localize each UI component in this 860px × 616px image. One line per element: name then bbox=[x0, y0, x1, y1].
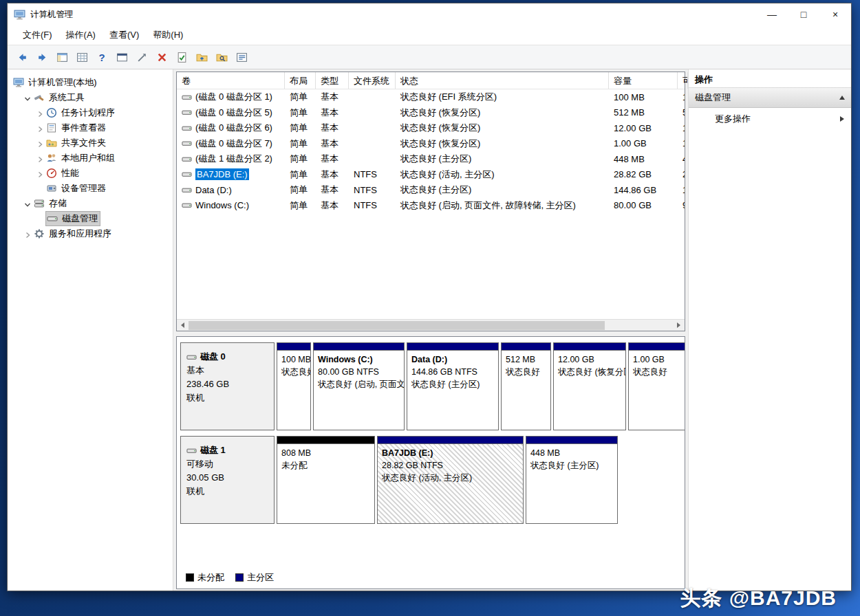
more-actions-item[interactable]: 更多操作 bbox=[689, 108, 851, 130]
graphical-view-pane: 磁盘 0 基本 238.46 GB 联机 100 MB状态良好 (EFI 系统分… bbox=[176, 336, 685, 589]
column-header-volume[interactable]: 卷 bbox=[177, 72, 285, 89]
horizontal-scrollbar[interactable] bbox=[177, 319, 685, 331]
tree-item-storage[interactable]: 存储 bbox=[8, 196, 173, 211]
menu-action[interactable]: 操作(A) bbox=[59, 26, 103, 44]
folder-search-icon bbox=[216, 52, 228, 63]
volume-capacity: 100 MB bbox=[609, 89, 678, 105]
disk0-header[interactable]: 磁盘 0 基本 238.46 GB 联机 bbox=[180, 342, 275, 430]
legend-primary-partition: 主分区 bbox=[235, 571, 274, 584]
volume-name: (磁盘 1 磁盘分区 2) bbox=[195, 153, 272, 165]
tree-item-task-scheduler[interactable]: 任务计划程序 bbox=[8, 105, 173, 120]
folder-up-icon bbox=[196, 52, 208, 63]
partition-ba7jdb-e-selected[interactable]: BA7JDB (E:)28.82 GB NTFS状态良好 (活动, 主分区) bbox=[377, 436, 524, 524]
partition-size: 28.82 GB NTFS bbox=[382, 459, 519, 472]
menu-file[interactable]: 文件(F) bbox=[16, 26, 59, 44]
chevron-down-icon[interactable] bbox=[24, 94, 34, 101]
tree-item-system-tools[interactable]: 系统工具 bbox=[8, 90, 173, 105]
volume-type: 基本 bbox=[316, 198, 349, 214]
volume-layout: 简单 bbox=[285, 105, 316, 121]
scrollbar-thumb[interactable] bbox=[189, 321, 605, 330]
minimize-button[interactable]: — bbox=[756, 3, 788, 25]
partition-recovery-512mb[interactable]: 512 MB状态良好 bbox=[501, 342, 551, 430]
primary-partition-band bbox=[554, 343, 625, 351]
volume-capacity: 28.82 GB bbox=[609, 167, 678, 183]
window-title: 计算机管理 bbox=[30, 9, 74, 21]
partition-recovery-1gb[interactable]: 1.00 GB状态良好 bbox=[628, 342, 685, 430]
menu-view[interactable]: 查看(V) bbox=[103, 26, 146, 44]
volume-capacity: 12.00 GB bbox=[609, 120, 678, 136]
tree-item-device-manager[interactable]: 设备管理器 bbox=[8, 181, 173, 196]
chevron-right-icon[interactable] bbox=[36, 124, 46, 131]
partition-efi[interactable]: 100 MB状态良好 (EFI 系统分区) bbox=[277, 342, 311, 430]
chevron-right-icon[interactable] bbox=[24, 230, 34, 237]
scrollbar-track[interactable] bbox=[189, 320, 673, 331]
volume-row-disk1-part2[interactable]: (磁盘 1 磁盘分区 2) 简单 基本 状态良好 (主分区) 448 MB 44 bbox=[177, 151, 685, 167]
explore-folder-button[interactable] bbox=[213, 48, 230, 66]
chevron-right-icon[interactable] bbox=[36, 109, 46, 116]
volume-row-disk0-part7[interactable]: (磁盘 0 磁盘分区 7) 简单 基本 状态良好 (恢复分区) 1.00 GB … bbox=[177, 136, 685, 152]
export-list-button[interactable] bbox=[73, 48, 91, 66]
mark-active-button[interactable] bbox=[173, 48, 191, 66]
open-folder-button[interactable] bbox=[193, 48, 211, 66]
volume-row-data-d[interactable]: Data (D:) 简单 基本 NTFS 状态良好 (主分区) 144.86 G… bbox=[177, 182, 685, 198]
tree-item-local-users-groups[interactable]: 本地用户和组 bbox=[8, 151, 173, 166]
column-header-status[interactable]: 状态 bbox=[396, 72, 609, 89]
menu-help[interactable]: 帮助(H) bbox=[146, 26, 190, 44]
tree-item-event-viewer[interactable]: 事件查看器 bbox=[8, 120, 173, 135]
delete-volume-button[interactable] bbox=[153, 48, 171, 66]
chevron-right-icon[interactable] bbox=[36, 170, 46, 177]
back-button[interactable] bbox=[13, 48, 31, 66]
scroll-left-arrow[interactable] bbox=[177, 320, 189, 331]
tree-item-disk-management[interactable]: 磁盘管理 bbox=[8, 211, 173, 226]
chevron-down-icon[interactable] bbox=[24, 200, 34, 207]
column-header-filesystem[interactable]: 文件系统 bbox=[349, 72, 396, 89]
volume-fs: NTFS bbox=[349, 182, 396, 198]
help-button[interactable]: ? bbox=[93, 48, 111, 66]
partition-windows-c[interactable]: Windows (C:)80.00 GB NTFS状态良好 (启动, 页面文件,… bbox=[313, 342, 405, 430]
show-console-tree-button[interactable] bbox=[53, 48, 71, 66]
primary-partition-swatch bbox=[235, 573, 244, 582]
volume-fs bbox=[349, 136, 396, 152]
chevron-right-icon[interactable] bbox=[36, 140, 46, 146]
tree-item-performance[interactable]: 性能 bbox=[8, 166, 173, 181]
partition-unallocated[interactable]: 808 MB未分配 bbox=[277, 436, 375, 524]
scroll-right-arrow[interactable] bbox=[673, 320, 685, 331]
column-header-layout[interactable]: 布局 bbox=[285, 72, 316, 89]
actions-group-disk-management[interactable]: 磁盘管理 bbox=[689, 88, 851, 108]
disk-kind: 可移动 bbox=[186, 457, 268, 471]
new-window-button[interactable] bbox=[113, 48, 131, 66]
disk1-header[interactable]: 磁盘 1 可移动 30.05 GB 联机 bbox=[180, 436, 275, 524]
action-pointer-button[interactable] bbox=[133, 48, 151, 66]
column-header-capacity[interactable]: 容量 bbox=[609, 72, 678, 89]
volume-row-ba7jdb-e[interactable]: BA7JDB (E:) 简单 基本 NTFS 状态良好 (活动, 主分区) 28… bbox=[177, 167, 685, 183]
partition-448mb[interactable]: 448 MB状态良好 (主分区) bbox=[526, 436, 618, 524]
maximize-button[interactable]: □ bbox=[788, 3, 819, 25]
document-check-icon bbox=[176, 52, 188, 63]
tools-icon bbox=[34, 92, 45, 103]
volume-row-disk0-part6[interactable]: (磁盘 0 磁盘分区 6) 简单 基本 状态良好 (恢复分区) 12.00 GB… bbox=[177, 120, 685, 136]
forward-button[interactable] bbox=[33, 48, 51, 66]
tree-item-services-applications[interactable]: 服务和应用程序 bbox=[8, 226, 173, 241]
primary-partition-band bbox=[629, 343, 685, 351]
volume-capacity: 1.00 GB bbox=[609, 136, 678, 152]
close-button[interactable]: × bbox=[819, 3, 851, 25]
partition-recovery-12gb[interactable]: 12.00 GB状态良好 (恢复分区) bbox=[553, 342, 626, 430]
disk-icon bbox=[186, 352, 197, 362]
computer-management-window: 计算机管理 — □ × 文件(F) 操作(A) 查看(V) 帮助(H) ? bbox=[7, 3, 852, 591]
partition-status: 状态良好 bbox=[633, 366, 680, 378]
volume-status: 状态良好 (恢复分区) bbox=[396, 105, 609, 121]
column-header-type[interactable]: 类型 bbox=[316, 72, 349, 89]
column-header-free[interactable]: 可 bbox=[678, 72, 688, 89]
partition-data-d[interactable]: Data (D:)144.86 GB NTFS状态良好 (主分区) bbox=[407, 342, 499, 430]
volume-row-disk0-part1[interactable]: (磁盘 0 磁盘分区 1) 简单 基本 状态良好 (EFI 系统分区) 100 … bbox=[177, 89, 685, 105]
volume-row-windows-c[interactable]: Windows (C:) 简单 基本 NTFS 状态良好 (启动, 页面文件, … bbox=[177, 198, 685, 214]
volume-row-disk0-part5[interactable]: (磁盘 0 磁盘分区 5) 简单 基本 状态良好 (恢复分区) 512 MB 5… bbox=[177, 105, 685, 121]
collapse-chevron-icon[interactable] bbox=[839, 96, 845, 100]
chevron-right-icon[interactable] bbox=[36, 155, 46, 162]
tree-label: 事件查看器 bbox=[61, 122, 106, 134]
details-view-button[interactable] bbox=[233, 48, 250, 66]
tree-item-computer-management[interactable]: 计算机管理(本地) bbox=[8, 75, 173, 90]
title-bar[interactable]: 计算机管理 — □ × bbox=[8, 3, 851, 25]
tree-item-shared-folders[interactable]: 共享文件夹 bbox=[8, 135, 173, 151]
computer-management-icon bbox=[14, 9, 25, 21]
